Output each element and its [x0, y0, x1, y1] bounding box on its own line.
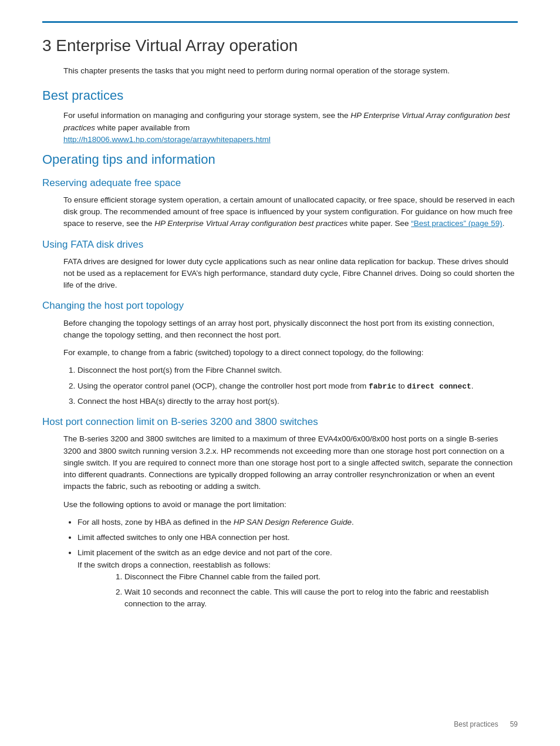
subsection-heading-host-port-limit: Host port connection limit on B-series 3…: [42, 416, 518, 428]
footer: Best practices 59: [454, 719, 518, 730]
subsection-heading-host-port-topology: Changing the host port topology: [42, 299, 518, 312]
topology-list-item-1: Disconnect the host port(s) from the Fib…: [77, 364, 518, 376]
section-heading-operating-tips: Operating tips and information: [42, 151, 518, 168]
host-port-limit-text-2: Use the following options to avoid or ma…: [63, 499, 518, 511]
sub-list-item-2: Wait 10 seconds and reconnect the cable.…: [124, 586, 518, 610]
topology-list-item-2: Using the operator control panel (OCP), …: [77, 380, 518, 393]
best-practices-link[interactable]: http://h18006.www1.hp.com/storage/arrayw…: [63, 135, 271, 144]
best-practices-ref-link[interactable]: “Best practices” (page 59): [411, 219, 502, 228]
best-practices-text: For useful information on managing and c…: [63, 110, 518, 146]
topology-text-2: For example, to change from a fabric (sw…: [63, 347, 518, 359]
sub-ordered-list: Disconnect the Fibre Channel cable from …: [124, 571, 518, 610]
bullet-item-1: For all hosts, zone by HBA as defined in…: [77, 517, 518, 528]
top-rule: [42, 21, 518, 23]
bullet-item-3: Limit placement of the switch as an edge…: [77, 547, 518, 610]
section-heading-best-practices: Best practices: [42, 87, 518, 104]
reserving-text: To ensure efficient storage system opera…: [63, 194, 518, 230]
host-port-limit-text-1: The B-series 3200 and 3800 switches are …: [63, 433, 518, 492]
host-port-limit-bullet-list: For all hosts, zone by HBA as defined in…: [77, 517, 518, 610]
bullet-item-2: Limit affected switches to only one HBA …: [77, 532, 518, 544]
topology-list-item-3: Connect the host HBA(s) directly to the …: [77, 396, 518, 407]
topology-ordered-list: Disconnect the host port(s) from the Fib…: [77, 364, 518, 407]
intro-text: This chapter presents the tasks that you…: [63, 65, 518, 77]
subsection-heading-fata: Using FATA disk drives: [42, 238, 518, 251]
topology-text-1: Before changing the topology settings of…: [63, 318, 518, 342]
chapter-title: 3 Enterprise Virtual Array operation: [42, 36, 518, 56]
page: 3 Enterprise Virtual Array operation Thi…: [0, 0, 560, 746]
footer-label: Best practices: [454, 719, 498, 730]
subsection-heading-reserving: Reserving adequate free space: [42, 177, 518, 190]
sub-list-item-1: Disconnect the Fibre Channel cable from …: [124, 571, 518, 583]
footer-page-number: 59: [510, 719, 518, 730]
fata-text: FATA drives are designed for lower duty …: [63, 256, 518, 292]
